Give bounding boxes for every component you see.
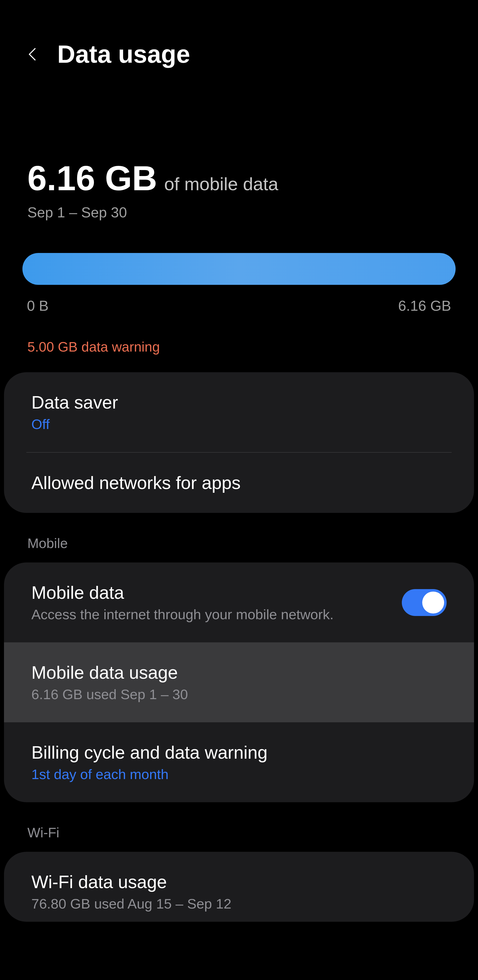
mobile-data-usage-row[interactable]: Mobile data usage 6.16 GB used Sep 1 – 3… [4, 643, 474, 722]
progress-min: 0 B [27, 297, 49, 314]
mobile-data-toggle[interactable] [402, 589, 447, 616]
allowed-networks-title: Allowed networks for apps [31, 473, 447, 493]
usage-of-text: of mobile data [164, 173, 278, 194]
wifi-data-usage-title: Wi-Fi data usage [31, 872, 447, 892]
settings-card-1: Data saver Off Allowed networks for apps [4, 372, 474, 513]
data-saver-row[interactable]: Data saver Off [4, 372, 474, 452]
mobile-data-title: Mobile data [31, 582, 402, 603]
mobile-card: Mobile data Access the internet through … [4, 562, 474, 802]
wifi-section-label: Wi-Fi [0, 802, 478, 852]
billing-cycle-subtitle: 1st day of each month [31, 766, 447, 782]
wifi-data-usage-row[interactable]: Wi-Fi data usage 76.80 GB used Aug 15 – … [4, 852, 474, 922]
wifi-card: Wi-Fi data usage 76.80 GB used Aug 15 – … [4, 852, 474, 922]
back-icon[interactable] [25, 47, 40, 62]
mobile-data-usage-title: Mobile data usage [31, 662, 447, 683]
progress-max: 6.16 GB [398, 297, 451, 314]
usage-period: Sep 1 – Sep 30 [27, 204, 456, 221]
usage-amount: 6.16 GB [27, 158, 157, 199]
data-saver-status: Off [31, 416, 447, 432]
usage-summary: 6.16 GB of mobile data Sep 1 – Sep 30 [0, 83, 478, 235]
allowed-networks-row[interactable]: Allowed networks for apps [4, 453, 474, 513]
mobile-data-usage-subtitle: 6.16 GB used Sep 1 – 30 [31, 686, 447, 702]
data-warning-text: 5.00 GB data warning [0, 326, 478, 372]
header: Data usage [0, 0, 478, 83]
mobile-section-label: Mobile [0, 513, 478, 562]
mobile-data-row[interactable]: Mobile data Access the internet through … [4, 562, 474, 643]
progress-bar [22, 253, 456, 285]
data-saver-title: Data saver [31, 392, 447, 412]
mobile-data-subtitle: Access the internet through your mobile … [31, 606, 402, 622]
page-title: Data usage [57, 40, 190, 68]
billing-cycle-title: Billing cycle and data warning [31, 742, 447, 763]
wifi-data-usage-subtitle: 76.80 GB used Aug 15 – Sep 12 [31, 896, 447, 912]
billing-cycle-row[interactable]: Billing cycle and data warning 1st day o… [4, 722, 474, 802]
progress-section: 0 B 6.16 GB [0, 235, 478, 326]
toggle-thumb [422, 592, 444, 614]
